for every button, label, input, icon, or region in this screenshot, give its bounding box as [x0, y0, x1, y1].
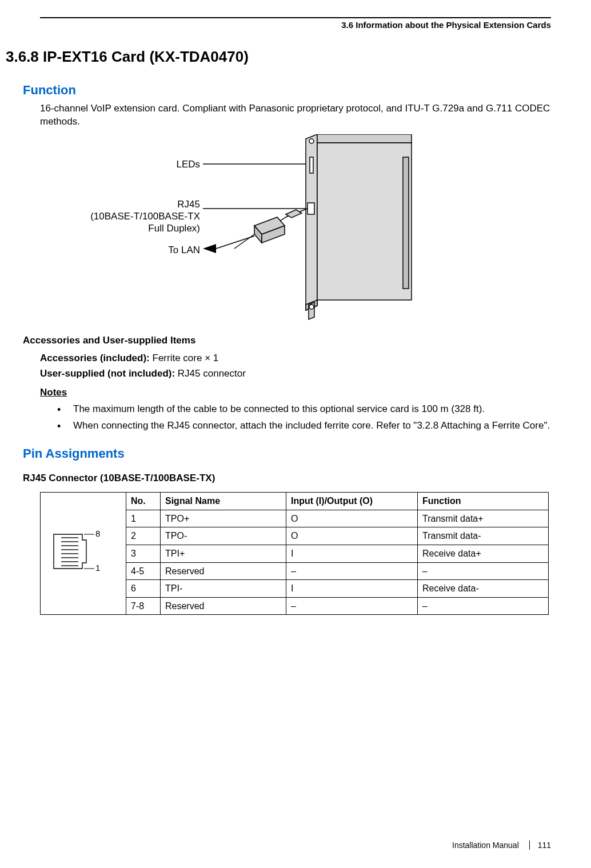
svg-marker-2	[203, 244, 216, 253]
svg-point-8	[309, 305, 314, 309]
svg-point-7	[309, 139, 314, 143]
col-no: No.	[126, 493, 161, 510]
svg-text:8: 8	[95, 529, 100, 538]
diagram-label-leds: LEDs	[176, 158, 200, 171]
svg-text:1: 1	[95, 563, 100, 573]
accessories-user: User-supplied (not included): RJ45 conne…	[40, 367, 551, 381]
card-illustration	[200, 134, 429, 323]
svg-rect-4	[403, 157, 409, 289]
notes-heading: Notes	[40, 386, 551, 399]
card-diagram: LEDs RJ45 (10BASE-T/100BASE-TX Full Dupl…	[40, 134, 551, 323]
col-function: Function	[418, 493, 549, 510]
svg-rect-5	[310, 157, 313, 173]
function-description: 16-channel VoIP extension card. Complian…	[40, 102, 551, 129]
pin-assignments-heading: Pin Assignments	[23, 445, 551, 462]
col-io: Input (I)/Output (O)	[286, 493, 418, 510]
header-rule	[40, 17, 551, 18]
connector-heading: RJ45 Connector (10BASE-T/100BASE-TX)	[23, 472, 551, 485]
diagram-label-rj45: RJ45 (10BASE-T/100BASE-TX Full Duplex)	[90, 198, 200, 235]
header-breadcrumb: 3.6 Information about the Physical Exten…	[6, 19, 551, 31]
accessories-heading: Accessories and User-supplied Items	[23, 334, 551, 347]
list-item: When connecting the RJ45 connector, atta…	[57, 419, 551, 433]
list-item: The maximum length of the cable to be co…	[57, 403, 551, 416]
diagram-label-lan: To LAN	[168, 244, 200, 257]
connector-diagram-cell: 8 1	[41, 493, 126, 615]
function-heading: Function	[23, 82, 551, 99]
accessories-included: Accessories (included): Ferrite core × 1	[40, 352, 551, 365]
rj45-connector-icon: 8 1	[45, 526, 108, 578]
section-title: 3.6.8 IP-EXT16 Card (KX-TDA0470)	[6, 47, 551, 67]
notes-list: The maximum length of the cable to be co…	[57, 403, 551, 433]
col-signal: Signal Name	[161, 493, 286, 510]
table-header-row: 8 1 No. Signal Name Input (I)/Out	[41, 493, 549, 510]
svg-rect-6	[308, 203, 314, 214]
pin-table: 8 1 No. Signal Name Input (I)/Out	[40, 492, 549, 615]
